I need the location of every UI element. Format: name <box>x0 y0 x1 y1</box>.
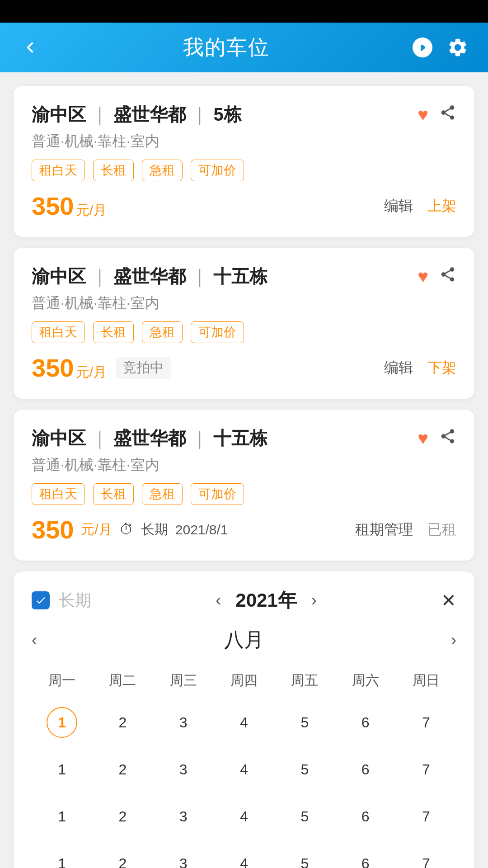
tag-2: 长租 <box>93 160 134 181</box>
lease-start: 2021/8/1 <box>175 522 228 538</box>
tag-10: 长租 <box>93 483 134 505</box>
card2-title: 渝中区 ｜ 盛世华都 ｜ 十五栋 <box>32 264 267 289</box>
card1-price-unit: 元/月 <box>76 203 107 217</box>
cal-day[interactable]: 1 <box>32 840 92 868</box>
card2-edit-button[interactable]: 编辑 <box>384 358 413 378</box>
cal-day[interactable]: 2 <box>92 793 153 840</box>
month-next-button[interactable]: › <box>451 631 456 650</box>
page-title: 我的车位 <box>183 33 270 61</box>
cal-day[interactable]: 4 <box>214 699 274 746</box>
cal-day[interactable]: 2 <box>92 840 153 868</box>
weekday-tue: 周二 <box>92 667 153 694</box>
cal-day[interactable]: 5 <box>274 793 335 840</box>
cal-day[interactable]: 3 <box>153 699 214 746</box>
tag-8: 可加价 <box>191 321 244 343</box>
card3-price-unit: 元/月 <box>81 520 112 539</box>
cal-day[interactable]: 4 <box>214 746 274 793</box>
weekday-sat: 周六 <box>335 667 395 694</box>
month-text: 八月 <box>224 627 264 653</box>
cal-day[interactable]: 7 <box>396 746 456 793</box>
cal-day[interactable]: 3 <box>153 840 214 868</box>
card2-tags: 租白天 长租 急租 可加价 <box>32 321 456 343</box>
cal-day[interactable]: 6 <box>335 699 395 746</box>
card1-desc: 普通·机械·靠柱·室内 <box>32 132 456 151</box>
card3-title: 渝中区 ｜ 盛世华都 ｜ 十五栋 <box>32 426 267 451</box>
back-button[interactable] <box>18 35 42 60</box>
year-next-button[interactable]: › <box>308 591 320 610</box>
tag-1: 租白天 <box>32 160 85 181</box>
weekday-thu: 周四 <box>214 667 274 694</box>
favorite-icon-3[interactable]: ♥ <box>418 428 428 448</box>
tag-11: 急租 <box>142 483 183 505</box>
share-icon-3[interactable] <box>439 428 456 449</box>
favorite-icon[interactable]: ♥ <box>418 104 428 125</box>
card3-tags: 租白天 长租 急租 可加价 <box>32 483 456 505</box>
calendar-grid: 周一 周二 周三 周四 周五 周六 周日 1 2 3 4 5 6 7 1 2 3 <box>32 667 456 868</box>
tag-7: 急租 <box>142 321 183 343</box>
long-term-checkbox[interactable] <box>32 591 50 609</box>
cal-day[interactable]: 7 <box>396 793 456 840</box>
card2-desc: 普通·机械·靠柱·室内 <box>32 293 456 313</box>
card3-price: 350 <box>32 515 74 544</box>
cal-day[interactable]: 6 <box>335 793 395 840</box>
cal-day[interactable]: 7 <box>396 699 456 746</box>
cal-day[interactable]: 3 <box>153 793 214 840</box>
calendar-card: 长期 ‹ 2021年 › ✕ ‹ 八月 › 周一 周二 周三 周四 周五 周六 <box>14 571 474 868</box>
sep4: ｜ <box>191 266 208 286</box>
month-prev-button[interactable]: ‹ <box>32 631 37 650</box>
long-term-label: 长期 <box>59 590 91 612</box>
cal-day[interactable]: 5 <box>274 746 335 793</box>
cal-day[interactable]: 4 <box>214 793 274 840</box>
weekday-mon: 周一 <box>32 667 92 694</box>
card3-desc: 普通·机械·靠柱·室内 <box>32 455 456 475</box>
cal-day[interactable]: 3 <box>153 746 214 793</box>
sep5: ｜ <box>91 428 108 448</box>
card1-tags: 租白天 长租 急租 可加价 <box>32 160 456 181</box>
cal-day[interactable]: 4 <box>214 840 274 868</box>
cal-day[interactable]: 5 <box>274 699 335 746</box>
cal-day[interactable]: 7 <box>396 840 456 868</box>
parking-card-3: 渝中区 ｜ 盛世华都 ｜ 十五栋 ♥ 普通·机械·靠柱·室内 租白天 长租 急租… <box>14 410 474 561</box>
settings-icon[interactable] <box>446 35 470 60</box>
separator1: ｜ <box>91 104 108 124</box>
card2-price: 350 <box>32 354 74 382</box>
card1-title: 渝中区 ｜ 盛世华都 ｜ 5栋 <box>32 102 242 127</box>
tag-6: 长租 <box>93 321 134 343</box>
card3-status: 已租 <box>427 520 456 540</box>
card3-lease-manage[interactable]: 租期管理 <box>355 520 413 540</box>
calendar-close-button[interactable]: ✕ <box>441 590 456 611</box>
card1-status-button[interactable]: 上架 <box>427 196 456 216</box>
separator2: ｜ <box>191 104 208 124</box>
cal-day[interactable]: 6 <box>335 840 395 868</box>
weekday-sun: 周日 <box>396 667 456 694</box>
calendar-body: 1 2 3 4 5 6 7 1 2 3 4 5 6 7 1 2 3 4 5 <box>32 699 456 868</box>
service-icon[interactable] <box>410 35 435 60</box>
clock-icon: ⏱ <box>119 521 134 538</box>
cal-day[interactable]: 1 <box>32 746 92 793</box>
cal-day[interactable]: 2 <box>92 746 153 793</box>
status-bar <box>0 0 488 23</box>
card2-status-button[interactable]: 下架 <box>427 358 456 378</box>
share-icon-2[interactable] <box>439 266 456 287</box>
cal-day[interactable]: 1 <box>32 699 92 746</box>
card1-price: 350 <box>32 192 74 220</box>
cal-day[interactable]: 1 <box>32 793 92 840</box>
cal-day[interactable]: 5 <box>274 840 335 868</box>
content: 渝中区 ｜ 盛世华都 ｜ 5栋 ♥ 普通·机械·靠柱·室内 租白天 长租 急租 … <box>0 72 488 868</box>
favorite-icon-2[interactable]: ♥ <box>418 266 428 287</box>
parking-card-2: 渝中区 ｜ 盛世华都 ｜ 十五栋 ♥ 普通·机械·靠柱·室内 租白天 长租 急租… <box>14 248 474 399</box>
card2-price-unit: 元/月 <box>76 364 107 379</box>
cal-day[interactable]: 6 <box>335 746 395 793</box>
tag-12: 可加价 <box>191 483 244 505</box>
bid-badge: 竞拍中 <box>116 357 171 379</box>
card1-edit-button[interactable]: 编辑 <box>384 196 413 216</box>
cal-day[interactable]: 2 <box>92 699 153 746</box>
tag-5: 租白天 <box>32 321 85 343</box>
parking-card-1: 渝中区 ｜ 盛世华都 ｜ 5栋 ♥ 普通·机械·靠柱·室内 租白天 长租 急租 … <box>14 86 474 237</box>
lease-type: 长期 <box>141 520 168 539</box>
sep3: ｜ <box>91 266 108 286</box>
share-icon[interactable] <box>439 104 456 125</box>
header: 我的车位 <box>0 23 488 72</box>
year-prev-button[interactable]: ‹ <box>212 591 225 610</box>
tag-3: 急租 <box>142 160 183 181</box>
